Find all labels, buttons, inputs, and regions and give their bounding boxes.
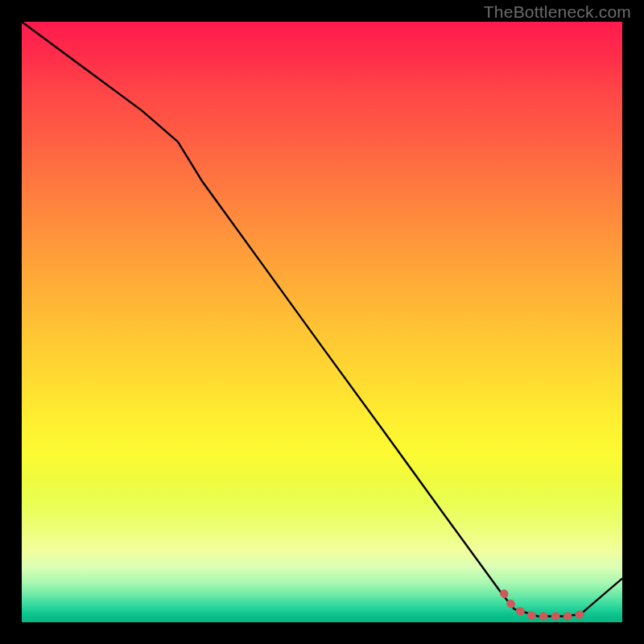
plot-background-gradient xyxy=(22,22,622,622)
watermark-text: TheBottleneck.com xyxy=(484,2,631,22)
chart-container: TheBottleneck.com xyxy=(0,0,644,644)
